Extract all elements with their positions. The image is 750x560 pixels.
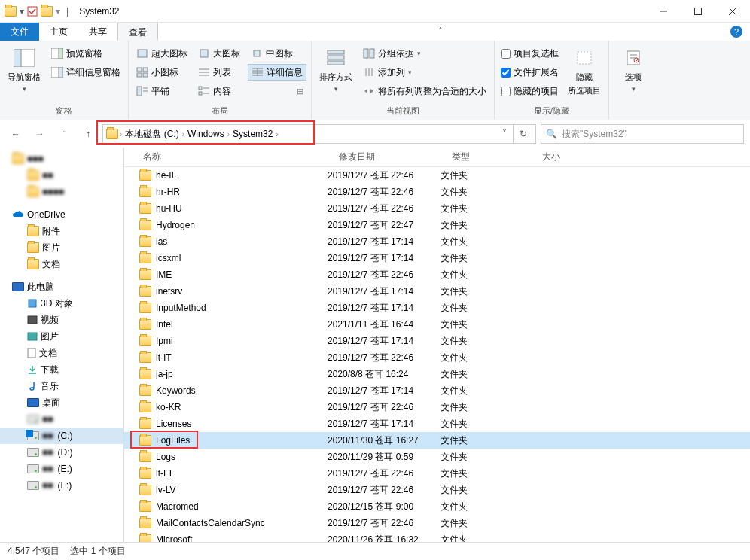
breadcrumb-drive[interactable]: 本地磁盘 (C:) (123, 128, 180, 141)
col-type[interactable]: 类型 (446, 151, 536, 163)
breadcrumb-system32[interactable]: System32 (231, 129, 274, 139)
file-row[interactable]: icsxml2019/12/7 苍耳 17:14文件夹 (124, 250, 750, 266)
tree-docs2[interactable]: 文档 (0, 345, 123, 361)
layout-more[interactable]: ⊞ (248, 83, 306, 99)
tree-item[interactable]: ■■ (0, 167, 123, 184)
item-checkboxes[interactable]: 项目复选框 (499, 45, 560, 62)
group-by-button[interactable]: 分组依据 ▾ (360, 45, 489, 62)
file-row[interactable]: ias2019/12/7 苍耳 17:14文件夹 (124, 233, 750, 250)
chevron-right-icon[interactable]: › (227, 130, 230, 138)
qat-dropdown-icon[interactable]: ▾ (20, 6, 24, 17)
tree-drive-c[interactable]: ■■(C:) (0, 428, 123, 444)
help-icon[interactable]: ? (730, 26, 742, 38)
file-type: 文件夹 (441, 318, 531, 331)
nav-pane-button[interactable]: 导航窗格 ▾ (5, 44, 44, 104)
tree-item[interactable]: ■■■■ (0, 184, 123, 200)
tree-quickaccess[interactable]: ■■■ (0, 151, 123, 167)
file-rows[interactable]: he-IL2019/12/7 苍耳 22:46文件夹hr-HR2019/12/7… (124, 167, 750, 542)
chevron-right-icon[interactable]: › (120, 130, 122, 138)
options-button[interactable]: 选项 ▾ (614, 44, 653, 115)
breadcrumb[interactable]: › 本地磁盘 (C:) › Windows › System32 › ˅ ↻ (102, 124, 536, 144)
sort-button[interactable]: 排序方式 ▾ (316, 44, 355, 104)
tree-3d[interactable]: 3D 对象 (0, 295, 123, 312)
fit-columns-button[interactable]: 将所有列调整为合适的大小 (360, 83, 489, 99)
tree-downloads[interactable]: 下载 (0, 361, 123, 378)
tree-thispc[interactable]: 此电脑 (0, 278, 123, 295)
medium-icons[interactable]: 中图标 (248, 45, 306, 62)
file-row[interactable]: ko-KR2019/12/7 苍耳 22:46文件夹 (124, 399, 750, 415)
extra-large-icons[interactable]: 超大图标 (133, 45, 191, 62)
add-columns-button[interactable]: 添加列 ▾ (360, 64, 489, 81)
tree-desktop[interactable]: 桌面 (0, 394, 123, 411)
col-date[interactable]: 修改日期 (333, 151, 446, 163)
file-row[interactable]: Hydrogen2019/12/7 苍耳 22:47文件夹 (124, 217, 750, 233)
file-row[interactable]: MailContactsCalendarSync2019/12/7 苍耳 22:… (124, 515, 750, 531)
file-row[interactable]: InputMethod2019/12/7 苍耳 17:14文件夹 (124, 300, 750, 316)
tree-docs[interactable]: 文档 (0, 256, 123, 272)
file-row[interactable]: LogFiles2020/11/30 苍耳 16:27文件夹 (124, 432, 750, 449)
tree-pictures[interactable]: 图片 (0, 239, 123, 256)
file-row[interactable]: Logs2020/11/29 苍耳 0:59文件夹 (124, 449, 750, 465)
folder-icon (139, 369, 151, 379)
address-dropdown-icon[interactable]: ˅ (498, 129, 511, 139)
qat-dropdown-icon[interactable]: ▾ (56, 6, 60, 17)
back-button[interactable]: ← (6, 124, 26, 144)
hidden-items[interactable]: 隐藏的项目 (499, 83, 560, 99)
tree-attachments[interactable]: 附件 (0, 223, 123, 239)
chevron-right-icon[interactable]: › (276, 130, 278, 138)
tree-drive-e[interactable]: ■■(E:) (0, 461, 123, 477)
file-row[interactable]: it-IT2019/12/7 苍耳 22:46文件夹 (124, 349, 750, 366)
file-row[interactable]: Microsoft2020/11/26 苍耳 16:32文件夹 (124, 531, 750, 542)
file-row[interactable]: Macromed2020/12/15 苍耳 9:00文件夹 (124, 498, 750, 515)
file-row[interactable]: IME2019/12/7 苍耳 22:46文件夹 (124, 266, 750, 283)
file-row[interactable]: Licenses2019/12/7 苍耳 17:14文件夹 (124, 415, 750, 432)
large-icons[interactable]: 大图标 (195, 45, 243, 62)
file-extensions[interactable]: 文件扩展名 (499, 64, 560, 81)
file-row[interactable]: Intel2021/1/11 苍耳 16:44文件夹 (124, 316, 750, 333)
tiles[interactable]: 平铺 (133, 83, 191, 99)
small-icons[interactable]: 小图标 (133, 64, 191, 81)
forward-button[interactable]: → (30, 124, 50, 144)
minimize-button[interactable] (646, 0, 681, 23)
file-row[interactable]: Ipmi2019/12/7 苍耳 17:14文件夹 (124, 333, 750, 349)
tab-view[interactable]: 查看 (117, 23, 158, 41)
file-row[interactable]: hr-HR2019/12/7 苍耳 22:46文件夹 (124, 184, 750, 200)
hide-selected-button[interactable]: 隐藏 所选项目 (565, 44, 604, 104)
content[interactable]: 内容 (195, 83, 243, 99)
list[interactable]: 列表 (195, 64, 243, 81)
file-row[interactable]: lt-LT2019/12/7 苍耳 22:46文件夹 (124, 465, 750, 482)
file-row[interactable]: lv-LV2019/12/7 苍耳 22:46文件夹 (124, 482, 750, 498)
tab-share[interactable]: 共享 (78, 23, 117, 41)
minimize-ribbon-icon[interactable]: ˄ (438, 26, 450, 37)
checkbox-icon[interactable] (27, 6, 38, 17)
preview-pane-button[interactable]: 预览窗格 (48, 45, 123, 62)
file-row[interactable]: hu-HU2019/12/7 苍耳 22:46文件夹 (124, 200, 750, 217)
tree-drive-f[interactable]: ■■(F:) (0, 477, 123, 494)
file-row[interactable]: ja-jp2020/8/8 苍耳 16:24文件夹 (124, 366, 750, 382)
recent-dropdown[interactable]: ˅ (54, 124, 74, 144)
chevron-right-icon[interactable]: › (182, 130, 184, 138)
details-pane-button[interactable]: 详细信息窗格 (48, 64, 123, 81)
tree-videos[interactable]: 视频 (0, 312, 123, 328)
tree-music[interactable]: 音乐 (0, 378, 123, 394)
file-row[interactable]: he-IL2019/12/7 苍耳 22:46文件夹 (124, 167, 750, 184)
search-box[interactable]: 🔍 搜索"System32" (541, 124, 744, 144)
tab-file[interactable]: 文件 (0, 23, 39, 41)
tree-item[interactable]: ■■ (0, 411, 123, 428)
col-size[interactable]: 大小 (536, 151, 596, 163)
details-view[interactable]: 详细信息 (248, 64, 306, 81)
breadcrumb-windows[interactable]: Windows (186, 129, 226, 139)
file-row[interactable]: Keywords2019/12/7 苍耳 17:14文件夹 (124, 382, 750, 399)
up-button[interactable]: ↑ (78, 124, 98, 144)
file-row[interactable]: inetsrv2019/12/7 苍耳 17:14文件夹 (124, 283, 750, 300)
nav-tree[interactable]: ■■■ ■■ ■■■■ OneDrive 附件 图片 文档 此电脑 3D 对象 … (0, 148, 124, 542)
tree-onedrive[interactable]: OneDrive (0, 206, 123, 223)
tree-drive-d[interactable]: ■■(D:) (0, 444, 123, 461)
close-button[interactable] (715, 0, 750, 23)
col-name[interactable]: 名称 (137, 151, 333, 163)
tree-pics[interactable]: 图片 (0, 328, 123, 345)
maximize-button[interactable] (681, 0, 715, 23)
folder-icon[interactable] (41, 6, 53, 17)
refresh-button[interactable]: ↻ (513, 124, 532, 144)
tab-home[interactable]: 主页 (39, 23, 78, 41)
